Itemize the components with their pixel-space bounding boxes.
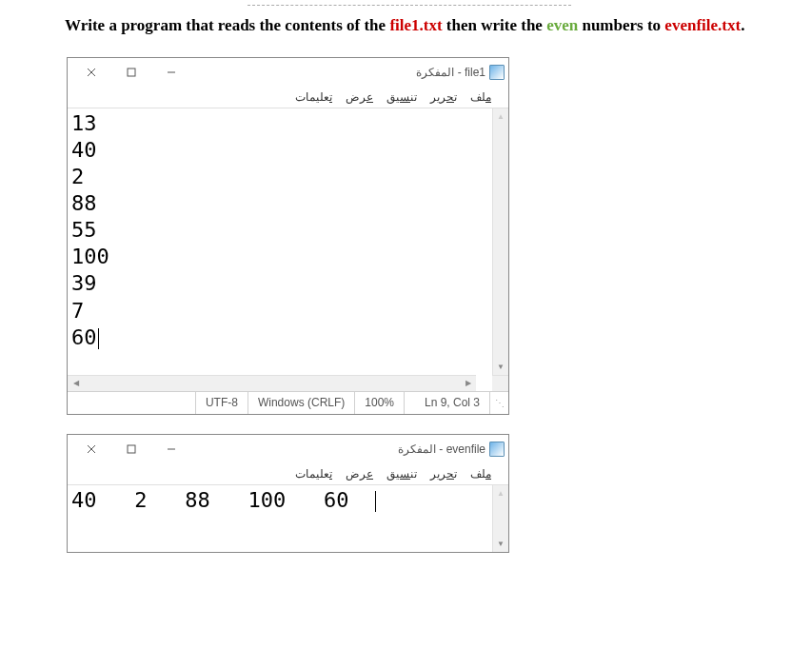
scroll-corner <box>492 375 508 391</box>
status-coord: Ln 9, Col 3 <box>404 392 489 414</box>
scroll-down-icon[interactable]: ▼ <box>493 359 508 375</box>
scroll-up-icon[interactable]: ▲ <box>493 485 508 501</box>
window-title: evenfile - المفكرة <box>398 442 485 456</box>
window-title: file1 - المفكرة <box>416 66 485 79</box>
notepad-window-evenfile: evenfile - المفكرة ملف تحرير تنسيق عرض ت… <box>67 434 509 553</box>
statusbar: ⋰ Ln 9, Col 3 100% Windows (CRLF) UTF-8 <box>68 391 508 414</box>
line: 88 <box>71 190 488 217</box>
evenfile-text: evenfile.txt <box>664 16 741 34</box>
file1-text: file1.txt <box>389 16 442 34</box>
scroll-down-icon[interactable]: ▼ <box>493 536 508 552</box>
editor-area: 13 40 2 88 55 100 39 7 60 ▲ ▼ <box>68 108 508 375</box>
close-button[interactable] <box>71 60 111 85</box>
menu-edit[interactable]: تحرير <box>430 90 457 104</box>
line: 2 <box>71 164 488 190</box>
resize-grip-icon[interactable]: ⋰ <box>489 392 508 414</box>
line: 39 <box>71 270 488 297</box>
line: 55 <box>71 217 488 244</box>
minimize-button[interactable] <box>151 437 191 461</box>
titlebar[interactable]: file1 - المفكرة <box>68 58 508 87</box>
divider-line <box>248 5 571 6</box>
menu-format[interactable]: تنسيق <box>386 90 417 104</box>
maximize-button[interactable] <box>111 437 151 461</box>
notepad-icon <box>489 442 505 457</box>
text-cursor <box>375 491 376 512</box>
instruction-text: Write a program that reads the contents … <box>0 13 752 38</box>
menu-file[interactable]: ملف <box>470 90 491 104</box>
instruction-part2: then write the <box>443 16 547 34</box>
instruction-part4: . <box>741 16 744 34</box>
status-spacer <box>68 392 195 414</box>
line: 40 <box>71 137 488 164</box>
maximize-button[interactable] <box>111 60 151 85</box>
minimize-button[interactable] <box>151 60 191 85</box>
text-cursor <box>98 328 99 349</box>
scroll-right-icon[interactable]: ▶ <box>460 376 476 391</box>
menu-format[interactable]: تنسيق <box>386 467 417 481</box>
menubar: ملف تحرير تنسيق عرض تعليمات <box>68 87 508 108</box>
menu-help[interactable]: تعليمات <box>295 90 332 104</box>
notepad-window-file1: file1 - المفكرة ملف تحرير تنسيق عرض تعلي… <box>67 57 509 415</box>
status-zoom: 100% <box>354 392 404 414</box>
menubar: ملف تحرير تنسيق عرض تعليمات <box>68 463 508 485</box>
menu-view[interactable]: عرض <box>346 467 373 481</box>
text-content[interactable]: 13 40 2 88 55 100 39 7 60 <box>68 108 492 375</box>
close-button[interactable] <box>71 437 111 461</box>
menu-view[interactable]: عرض <box>346 90 373 104</box>
menu-help[interactable]: تعليمات <box>295 467 332 481</box>
line-last: 60 <box>71 324 488 351</box>
notepad-icon <box>489 65 505 80</box>
line: 100 <box>71 244 488 270</box>
instruction-part3: numbers to <box>578 16 664 34</box>
vertical-scrollbar[interactable]: ▲ ▼ <box>492 108 508 375</box>
vertical-scrollbar[interactable]: ▲ ▼ <box>492 485 508 552</box>
instruction-part1: Write a program that reads the contents … <box>65 16 389 34</box>
menu-file[interactable]: ملف <box>470 467 491 481</box>
svg-rect-5 <box>128 445 135 453</box>
even-text: even <box>546 16 578 34</box>
line: 13 <box>71 110 488 137</box>
text-content[interactable]: 40 2 88 100 60 <box>68 485 492 552</box>
horizontal-scrollbar[interactable]: ◀ ▶ <box>68 375 476 391</box>
scroll-up-icon[interactable]: ▲ <box>493 108 508 125</box>
scroll-left-icon[interactable]: ◀ <box>68 376 84 391</box>
status-crlf: Windows (CRLF) <box>248 392 354 414</box>
status-encoding: UTF-8 <box>195 392 248 414</box>
menu-edit[interactable]: تحرير <box>430 467 457 481</box>
svg-rect-1 <box>128 69 135 76</box>
titlebar[interactable]: evenfile - المفكرة <box>68 435 508 463</box>
editor-area: 40 2 88 100 60 ▲ ▼ <box>68 485 508 552</box>
line: 7 <box>71 298 488 324</box>
